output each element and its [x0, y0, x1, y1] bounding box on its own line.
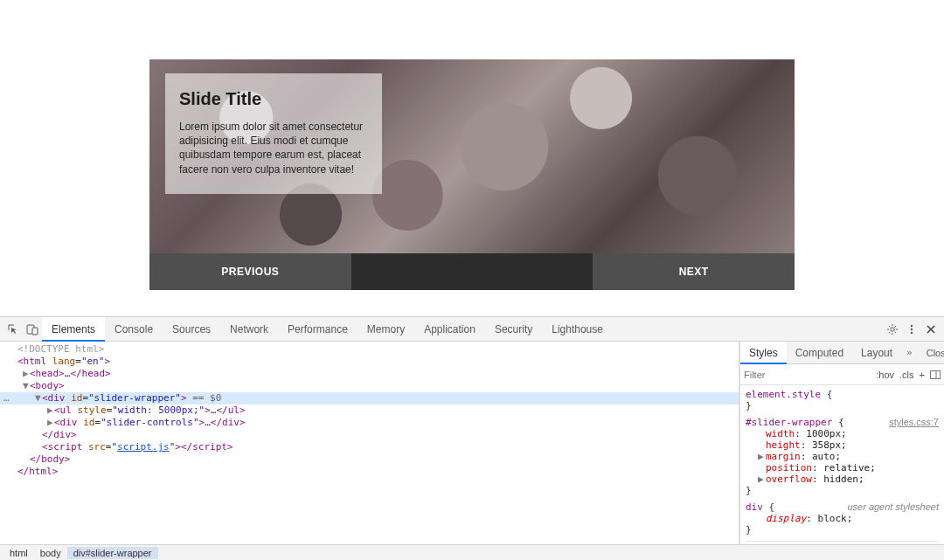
tab-performance[interactable]: Performance: [278, 317, 357, 342]
slide-body: Lorem ipsum dolor sit amet consectetur a…: [179, 120, 368, 176]
dom-row[interactable]: ▶<head>…</head>: [0, 368, 739, 380]
svg-rect-1: [32, 328, 38, 335]
tab-lighthouse[interactable]: Lighthouse: [542, 317, 613, 342]
tab-sources[interactable]: Sources: [163, 317, 220, 342]
svg-point-11: [911, 324, 913, 326]
devtools-body: <!DOCTYPE html><html lang="en">▶<head>…<…: [0, 342, 944, 544]
tab-application[interactable]: Application: [414, 317, 485, 342]
devtools-tabstrip: ElementsConsoleSourcesNetworkPerformance…: [0, 317, 944, 342]
dom-row[interactable]: ▶<div id="slider-controls">…</div>: [0, 417, 739, 429]
controls-gap: [351, 253, 593, 290]
kebab-icon[interactable]: [902, 320, 921, 339]
svg-line-9: [889, 331, 890, 332]
tab-elements[interactable]: Elements: [42, 317, 105, 342]
slide-image: Slide Title Lorem ipsum dolor sit amet c…: [149, 59, 795, 253]
styles-more-icon[interactable]: »: [901, 347, 918, 358]
close-tooltip: Close: [918, 348, 944, 358]
inspect-icon[interactable]: [3, 320, 23, 339]
device-toolbar-icon[interactable]: [23, 320, 42, 339]
cls-toggle[interactable]: .cls: [899, 370, 914, 380]
svg-line-7: [889, 326, 890, 327]
dom-row[interactable]: </div>: [0, 429, 739, 441]
gear-icon[interactable]: [883, 320, 902, 339]
css-rule[interactable]: #slider-wrapper {styles.css:7width: 1000…: [746, 417, 939, 496]
new-style-rule-icon[interactable]: +: [920, 370, 925, 380]
css-rule[interactable]: element.style {}: [746, 389, 939, 411]
hov-toggle[interactable]: :hov: [876, 370, 894, 380]
svg-point-2: [891, 327, 894, 330]
tab-network[interactable]: Network: [220, 317, 278, 342]
svg-point-12: [911, 328, 913, 329]
svg-point-13: [911, 331, 913, 333]
previous-button[interactable]: PREVIOUS: [149, 253, 351, 290]
dom-row[interactable]: …▼<div id="slider-wrapper"> == $0: [0, 392, 739, 404]
dom-row[interactable]: </html>: [0, 466, 739, 478]
dom-breadcrumb: htmlbodydiv#slider-wrapper: [0, 544, 944, 560]
styles-tab-styles[interactable]: Styles: [740, 342, 787, 364]
css-rule[interactable]: div {user agent stylesheetdisplay: block…: [746, 501, 939, 536]
styles-tabstrip: StylesComputedLayout » Close: [740, 342, 944, 364]
dom-row[interactable]: ▶<ul style="width: 5000px;">…</ul>: [0, 404, 739, 417]
styles-pane: StylesComputedLayout » Close :hov .cls +…: [739, 342, 944, 544]
slide-caption: Slide Title Lorem ipsum dolor sit amet c…: [165, 73, 382, 194]
dom-row[interactable]: </body>: [0, 453, 739, 466]
dom-row[interactable]: <html lang="en">: [0, 356, 739, 368]
next-button[interactable]: NEXT: [593, 253, 795, 290]
toggle-computed-icon[interactable]: [930, 370, 941, 379]
styles-tab-layout[interactable]: Layout: [852, 347, 901, 359]
tab-console[interactable]: Console: [105, 317, 163, 342]
tab-memory[interactable]: Memory: [357, 317, 414, 342]
slider-wrapper: Slide Title Lorem ipsum dolor sit amet c…: [149, 59, 795, 290]
styles-filterbar: :hov .cls +: [740, 364, 944, 385]
close-icon[interactable]: [921, 320, 941, 339]
tab-security[interactable]: Security: [485, 317, 542, 342]
breadcrumb-item[interactable]: body: [34, 547, 67, 559]
dom-row[interactable]: <script src="script.js"></script>: [0, 441, 739, 453]
svg-rect-16: [931, 370, 941, 378]
devtools-panel: ElementsConsoleSourcesNetworkPerformance…: [0, 316, 944, 560]
svg-line-10: [895, 326, 896, 327]
dom-row[interactable]: ▼<body>: [0, 380, 739, 392]
styles-tab-computed[interactable]: Computed: [787, 347, 852, 359]
rule-source-link[interactable]: styles.css:7: [889, 417, 939, 427]
slide-title: Slide Title: [179, 89, 368, 109]
styles-filter-input[interactable]: [744, 370, 871, 380]
breadcrumb-item[interactable]: div#slider-wrapper: [67, 547, 158, 559]
styles-rules[interactable]: element.style {}#slider-wrapper {styles.…: [740, 385, 944, 544]
slider-controls: PREVIOUS NEXT: [149, 253, 795, 290]
dom-row[interactable]: <!DOCTYPE html>: [0, 343, 739, 356]
svg-line-8: [895, 331, 896, 332]
breadcrumb-item[interactable]: html: [3, 547, 34, 559]
dom-tree[interactable]: <!DOCTYPE html><html lang="en">▶<head>…<…: [0, 342, 739, 544]
